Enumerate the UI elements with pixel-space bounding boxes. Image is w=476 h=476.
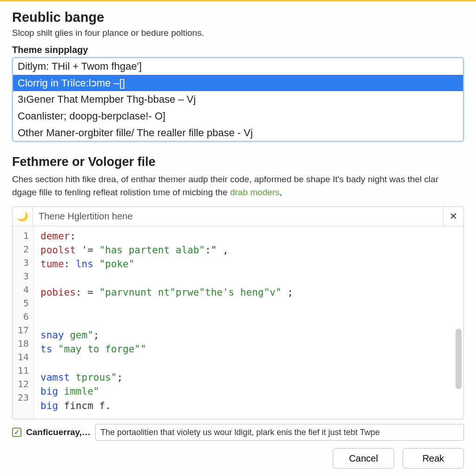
editor-body[interactable]: 1 2 3 3 4 5 6 17 18 14 11 12 23 demer:po… xyxy=(13,226,463,419)
dialog-buttons: Cancel Reak xyxy=(12,448,464,469)
cancel-button[interactable]: Cancel xyxy=(333,448,394,469)
line-gutter: 1 2 3 3 4 5 6 17 18 14 11 12 23 xyxy=(13,226,34,419)
editor-tabbar: 🌙 Thene Hglertition hene ✕ xyxy=(13,207,463,226)
theme-list-item[interactable]: 3ıGener That Mempber Thg-bbase – Vj xyxy=(13,91,463,108)
editor-tab-label[interactable]: Thene Hglertition hene xyxy=(33,207,443,226)
config-checkbox-label: Canficuerray,… xyxy=(26,427,91,437)
theme-list-item[interactable]: Other Maner-orgbiter fille/ The realler … xyxy=(13,125,463,141)
config-input[interactable] xyxy=(95,424,464,441)
code-editor[interactable]: 🌙 Thene Hglertition hene ✕ 1 2 3 3 4 5 6… xyxy=(12,206,464,419)
ok-button[interactable]: Reak xyxy=(403,448,464,469)
footer-row: ✓ Canficuerray,… xyxy=(12,424,464,441)
theme-list-item[interactable]: Ditlym: THil + Twom fhgae'] xyxy=(13,58,463,75)
theme-list-label: Theme sinpplagy xyxy=(12,45,464,55)
moon-icon: 🌙 xyxy=(13,207,33,226)
code-area[interactable]: demer:poolst '= "has partent alab":" ,tu… xyxy=(34,226,463,419)
theme-list-item[interactable]: Clorrig in Trilce:lɔme –[] xyxy=(13,75,463,92)
page-title: Reublic bange xyxy=(12,10,464,25)
page-subtitle: Slcop shilt glies in four plance or bedu… xyxy=(12,28,464,38)
section-title: Fethmere or Vologer file xyxy=(12,155,464,169)
section-desc-text: Ches section hith fike drea, of enthar t… xyxy=(12,174,438,197)
section-description: Ches section hith fike drea, of enthar t… xyxy=(12,173,464,198)
config-checkbox[interactable]: ✓ xyxy=(12,428,21,437)
section-desc-suffix: , xyxy=(280,187,282,197)
drab-moders-link[interactable]: drab moders xyxy=(230,187,280,197)
close-icon[interactable]: ✕ xyxy=(443,207,463,226)
scrollbar-thumb[interactable] xyxy=(456,329,462,389)
theme-list-item[interactable]: Coanlister; doopg-berpclase!- O] xyxy=(13,108,463,125)
theme-listbox[interactable]: Ditlym: THil + Twom fhgae']Clorrig in Tr… xyxy=(12,57,464,142)
